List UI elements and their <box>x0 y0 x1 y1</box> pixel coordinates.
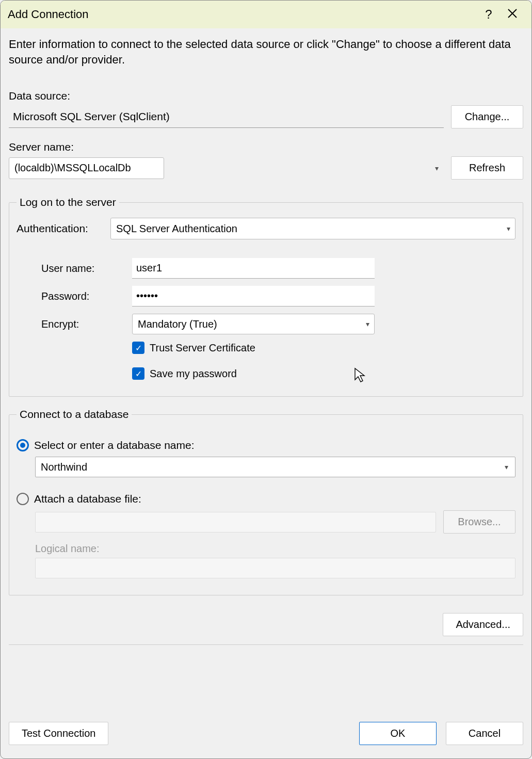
logon-legend: Log on to the server <box>17 196 119 208</box>
test-connection-button[interactable]: Test Connection <box>9 722 108 745</box>
password-label: Password: <box>40 290 128 302</box>
password-field[interactable] <box>132 286 375 306</box>
advanced-button[interactable]: Advanced... <box>443 613 523 636</box>
change-button[interactable]: Change... <box>451 105 523 128</box>
logical-name-label: Logical name: <box>35 543 515 555</box>
attach-file-field <box>35 512 436 532</box>
titlebar: Add Connection ? <box>1 1 531 28</box>
close-icon[interactable] <box>501 7 524 22</box>
trust-certificate-checkbox[interactable]: ✓ <box>132 342 144 354</box>
save-password-label: Save my password <box>150 368 237 380</box>
add-connection-dialog: Add Connection ? Enter information to co… <box>0 0 532 759</box>
data-source-field <box>9 106 444 128</box>
attach-file-radio[interactable] <box>17 493 29 505</box>
logical-name-field <box>35 558 515 578</box>
server-name-combo[interactable] <box>9 157 164 179</box>
username-field[interactable] <box>132 258 375 279</box>
server-name-label: Server name: <box>9 141 523 153</box>
username-label: User name: <box>40 263 128 274</box>
help-icon[interactable]: ? <box>477 7 501 22</box>
chevron-down-icon: ▾ <box>435 164 439 172</box>
separator <box>9 644 523 645</box>
data-source-label: Data source: <box>9 90 523 102</box>
select-database-radio[interactable] <box>17 439 29 451</box>
dialog-footer: Test Connection OK Cancel <box>1 710 531 758</box>
window-title: Add Connection <box>8 8 477 21</box>
database-name-combo[interactable] <box>35 457 515 477</box>
encrypt-label: Encrypt: <box>40 318 128 330</box>
select-database-label: Select or enter a database name: <box>34 439 195 451</box>
authentication-select[interactable] <box>110 218 515 239</box>
connect-database-group: Connect to a database Select or enter a … <box>9 408 523 595</box>
refresh-button[interactable]: Refresh <box>451 156 523 180</box>
authentication-label: Authentication: <box>17 222 104 235</box>
save-password-checkbox[interactable]: ✓ <box>132 367 144 380</box>
instruction-text: Enter information to connect to the sele… <box>9 37 523 67</box>
connect-database-legend: Connect to a database <box>17 408 132 421</box>
browse-button[interactable]: Browse... <box>443 510 515 534</box>
cancel-button[interactable]: Cancel <box>446 722 523 745</box>
ok-button[interactable]: OK <box>359 722 437 745</box>
encrypt-select[interactable] <box>132 314 375 334</box>
trust-certificate-label: Trust Server Certificate <box>150 342 255 354</box>
logon-group: Log on to the server Authentication: ▾ U… <box>9 196 523 397</box>
attach-file-label: Attach a database file: <box>34 493 141 505</box>
